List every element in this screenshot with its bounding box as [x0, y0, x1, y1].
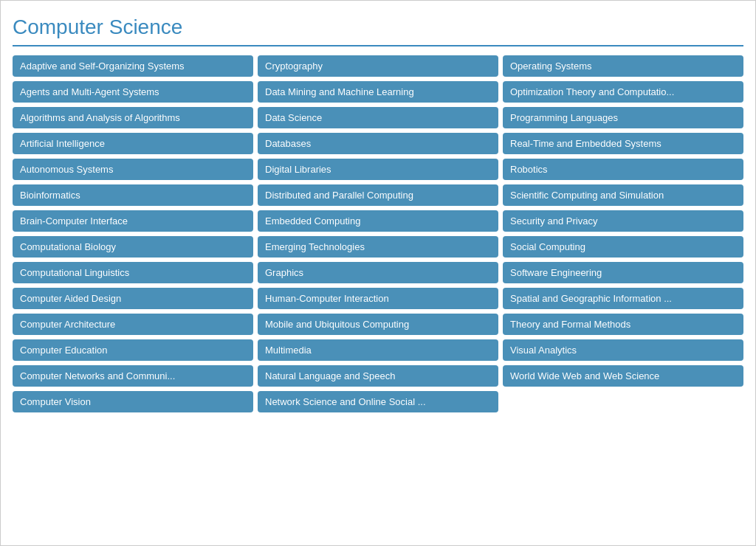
tag-item[interactable]: Optimization Theory and Computatio... [503, 81, 743, 103]
tag-item[interactable]: Digital Libraries [258, 159, 498, 180]
tag-item[interactable]: Operating Systems [503, 55, 743, 77]
tag-item[interactable]: Brain-Computer Interface [13, 210, 253, 232]
tag-item[interactable]: Network Science and Online Social ... [258, 391, 498, 412]
tag-item[interactable]: Autonomous Systems [13, 159, 253, 180]
tags-grid: Adaptive and Self-Organizing SystemsCryp… [13, 55, 743, 412]
tag-item[interactable]: Cryptography [258, 55, 498, 77]
page-title: Computer Science [13, 15, 743, 46]
tag-item[interactable]: Algorithms and Analysis of Algorithms [13, 107, 253, 128]
tag-item[interactable]: Multimedia [258, 339, 498, 361]
tag-item[interactable]: Databases [258, 133, 498, 154]
tag-item[interactable]: Graphics [258, 262, 498, 283]
tag-item[interactable]: Computer Aided Design [13, 288, 253, 309]
tag-item[interactable]: Distributed and Parallel Computing [258, 184, 498, 206]
tag-item[interactable]: Computational Biology [13, 236, 253, 258]
tag-item[interactable]: Computational Linguistics [13, 262, 253, 283]
tag-item[interactable]: Spatial and Geographic Information ... [503, 288, 743, 309]
tag-item[interactable]: Computer Vision [13, 391, 253, 412]
tag-item[interactable]: Artificial Intelligence [13, 133, 253, 154]
tag-item[interactable]: Data Science [258, 107, 498, 128]
tag-item[interactable]: Scientific Computing and Simulation [503, 184, 743, 206]
tag-item[interactable]: Computer Networks and Communi... [13, 365, 253, 387]
tag-item[interactable]: Software Engineering [503, 262, 743, 283]
tag-item[interactable]: Bioinformatics [13, 184, 253, 206]
tag-item[interactable]: Data Mining and Machine Learning [258, 81, 498, 103]
tag-item[interactable]: Real-Time and Embedded Systems [503, 133, 743, 154]
tag-item[interactable]: Computer Architecture [13, 314, 253, 335]
tag-item[interactable]: Visual Analytics [503, 339, 743, 361]
tag-item[interactable]: Natural Language and Speech [258, 365, 498, 387]
tag-item[interactable]: Embedded Computing [258, 210, 498, 232]
tag-item[interactable]: Programming Languages [503, 107, 743, 128]
page-container: Computer Science Adaptive and Self-Organ… [0, 0, 756, 546]
tag-item[interactable]: Agents and Multi-Agent Systems [13, 81, 253, 103]
tag-item[interactable]: Theory and Formal Methods [503, 314, 743, 335]
tag-item[interactable]: Computer Education [13, 339, 253, 361]
tag-item[interactable]: World Wide Web and Web Science [503, 365, 743, 387]
tag-item[interactable]: Emerging Technologies [258, 236, 498, 258]
tag-item[interactable]: Human-Computer Interaction [258, 288, 498, 309]
tag-item[interactable]: Social Computing [503, 236, 743, 258]
tag-item[interactable]: Mobile and Ubiquitous Computing [258, 314, 498, 335]
tag-item[interactable]: Robotics [503, 159, 743, 180]
tag-item[interactable]: Security and Privacy [503, 210, 743, 232]
tag-item[interactable]: Adaptive and Self-Organizing Systems [13, 55, 253, 77]
